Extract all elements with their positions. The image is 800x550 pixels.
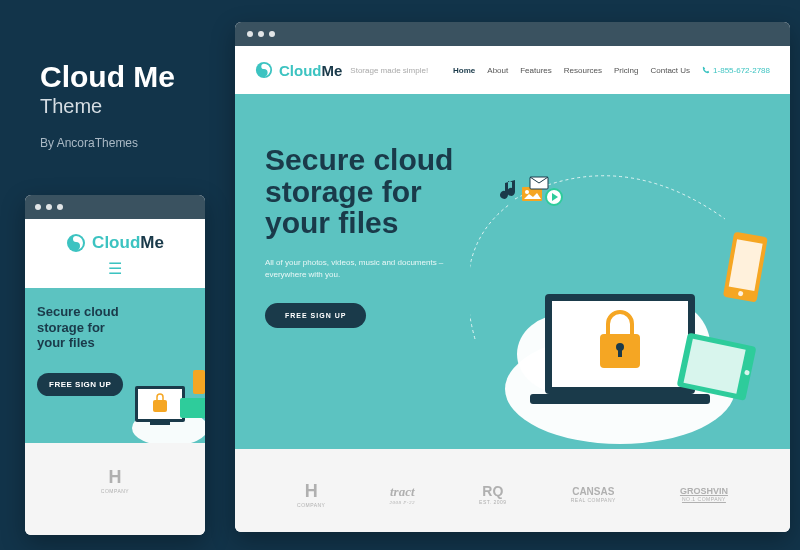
mobile-hero: Secure cloud storage for your files FREE…: [25, 288, 205, 443]
window-dot: [35, 204, 41, 210]
svg-point-24: [525, 190, 529, 194]
window-dot: [247, 31, 253, 37]
svg-rect-7: [193, 370, 205, 394]
nav-pricing[interactable]: Pricing: [614, 66, 638, 75]
nav-features[interactable]: Features: [520, 66, 552, 75]
partner-logo-h: H COMPANY: [101, 467, 129, 494]
nav-contact[interactable]: Contact Us: [650, 66, 690, 75]
desktop-titlebar: [235, 22, 790, 46]
promo-author: By AncoraThemes: [40, 136, 175, 150]
main-nav: Home About Features Resources Pricing Co…: [453, 66, 770, 75]
window-dot: [258, 31, 264, 37]
mobile-hero-title: Secure cloud storage for your files: [37, 304, 205, 351]
window-dot: [57, 204, 63, 210]
promo-subtitle: Theme: [40, 95, 175, 118]
desktop-hero: Secure cloud storage for your files All …: [235, 94, 790, 449]
nav-about[interactable]: About: [487, 66, 508, 75]
svg-rect-4: [153, 400, 167, 412]
svg-rect-14: [530, 394, 710, 404]
hamburger-icon[interactable]: ☰: [25, 259, 205, 278]
mobile-logo[interactable]: CloudMe: [25, 233, 205, 253]
logo-text: CloudMe: [92, 233, 164, 253]
partners-row: HCOMPANY tract2008 P-22 RQEST. 2009 CANS…: [235, 449, 790, 532]
svg-rect-17: [618, 349, 622, 357]
partner-logo-rq: RQEST. 2009: [479, 483, 507, 505]
promo-title: Cloud Me: [40, 60, 175, 93]
phone-icon: [702, 66, 710, 74]
svg-rect-5: [150, 422, 170, 425]
mobile-hero-illustration: [115, 358, 205, 443]
nav-resources[interactable]: Resources: [564, 66, 602, 75]
desktop-header: CloudMe Storage made simple! Home About …: [235, 46, 790, 94]
nav-home[interactable]: Home: [453, 66, 475, 75]
desktop-logo[interactable]: CloudMe: [255, 61, 342, 79]
cloud-logo-icon: [255, 61, 273, 79]
mobile-partners: H COMPANY: [25, 443, 205, 535]
partner-logo-tract: tract2008 P-22: [390, 484, 415, 505]
mobile-titlebar: [25, 195, 205, 219]
svg-rect-6: [180, 398, 205, 418]
desktop-preview: CloudMe Storage made simple! Home About …: [235, 22, 790, 532]
cloud-logo-icon: [66, 233, 86, 253]
music-note-icon: [500, 180, 515, 199]
hero-illustration: [470, 159, 780, 449]
mobile-signup-button[interactable]: FREE SIGN UP: [37, 373, 123, 396]
promo-block: Cloud Me Theme By AncoraThemes: [40, 60, 175, 150]
mobile-preview: CloudMe ☰ Secure cloud storage for your …: [25, 195, 205, 535]
tagline: Storage made simple!: [350, 66, 428, 75]
header-phone[interactable]: 1-855-672-2788: [702, 66, 770, 75]
partner-logo-groshvin: GROSHVINNO.1 COMPANY: [680, 486, 728, 502]
mobile-header: CloudMe ☰: [25, 219, 205, 288]
logo-text: CloudMe: [279, 62, 342, 79]
partner-logo-h: HCOMPANY: [297, 481, 325, 508]
partner-logo-cansas: CANSASREAL COMPANY: [571, 486, 616, 503]
signup-button[interactable]: FREE SIGN UP: [265, 303, 366, 328]
window-dot: [269, 31, 275, 37]
window-dot: [46, 204, 52, 210]
